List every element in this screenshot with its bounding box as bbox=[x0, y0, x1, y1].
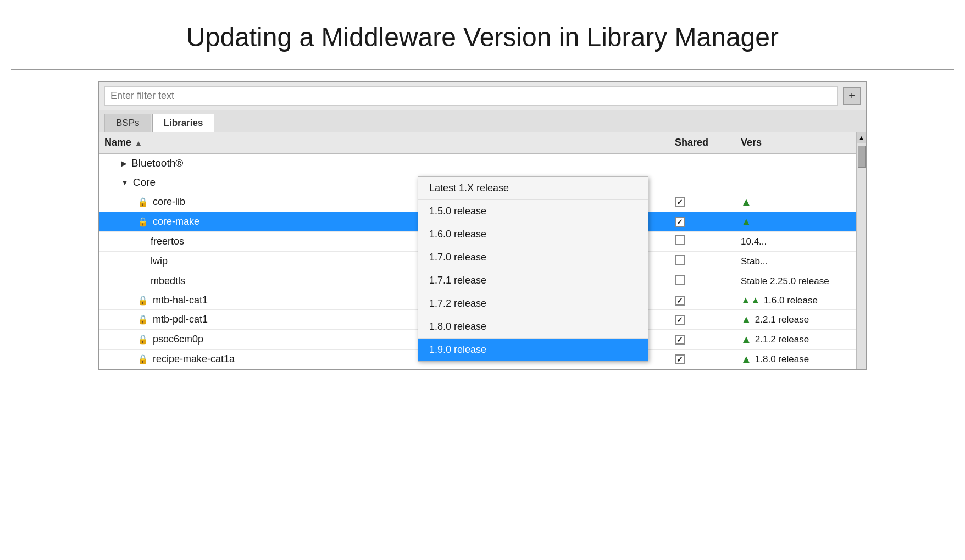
dropdown-item-v160[interactable]: 1.6.0 release bbox=[418, 223, 648, 246]
up-arrow-core-lib: ▲ bbox=[741, 196, 752, 208]
freertos-label: freertos bbox=[151, 236, 184, 247]
shared-checkbox-core-make[interactable] bbox=[675, 217, 685, 227]
row-bluetooth[interactable]: ▶ Bluetooth® bbox=[99, 154, 856, 173]
scrollbar-up-button[interactable]: ▲ bbox=[857, 132, 866, 143]
add-button[interactable]: + bbox=[843, 87, 861, 105]
recipe-make-cat1a-label: recipe-make-cat1a bbox=[153, 353, 235, 365]
dropdown-item-v180[interactable]: 1.8.0 release bbox=[418, 315, 648, 339]
mtb-pdl-cat1-version: 2.2.1 release bbox=[755, 314, 809, 325]
dropdown-item-v150[interactable]: 1.5.0 release bbox=[418, 200, 648, 223]
shared-checkbox-core-lib[interactable] bbox=[675, 197, 685, 207]
lock-icon-core-make: 🔒 bbox=[137, 217, 148, 227]
dropdown-item-v172[interactable]: 1.7.2 release bbox=[418, 292, 648, 315]
col-header-version: Vers bbox=[741, 137, 851, 148]
version-dropdown: Latest 1.X release 1.5.0 release 1.6.0 r… bbox=[418, 176, 648, 362]
up-arrow-core-make: ▲ bbox=[741, 215, 752, 228]
dropdown-item-v190[interactable]: 1.9.0 release bbox=[418, 339, 648, 361]
version-cell-freertos: 10.4... bbox=[741, 236, 851, 247]
shared-checkbox-recipe-make-cat1a[interactable] bbox=[675, 354, 685, 364]
version-cell-core-make: ▲ bbox=[741, 215, 851, 228]
lock-icon-mtb-pdl-cat1: 🔒 bbox=[137, 314, 148, 325]
scrollbar: ▲ bbox=[856, 132, 866, 369]
mbedtls-label: mbedtls bbox=[151, 275, 185, 287]
table-header: Name ▲ Shared Vers bbox=[99, 132, 856, 154]
dropdown-item-v171[interactable]: 1.7.1 release bbox=[418, 269, 648, 292]
lwip-version: Stab... bbox=[741, 256, 768, 267]
shared-checkbox-freertos[interactable] bbox=[675, 235, 685, 245]
version-cell-mbedtls: Stable 2.25.0 release bbox=[741, 276, 851, 287]
psoc6cm0p-label: psoc6cm0p bbox=[153, 334, 203, 345]
mbedtls-version: Stable 2.25.0 release bbox=[741, 276, 829, 287]
shared-checkbox-lwip[interactable] bbox=[675, 255, 685, 265]
dropdown-item-latest-1x[interactable]: Latest 1.X release bbox=[418, 177, 648, 200]
freertos-version: 10.4... bbox=[741, 236, 767, 247]
mtb-hal-cat1-label: mtb-hal-cat1 bbox=[153, 295, 208, 306]
core-make-label: core-make bbox=[153, 216, 199, 228]
version-cell-recipe-make-cat1a: ▲ 1.8.0 release bbox=[741, 353, 851, 365]
tab-bsps[interactable]: BSPs bbox=[104, 114, 151, 132]
app-window: + BSPs Libraries Name ▲ Shared Vers bbox=[98, 81, 867, 370]
lock-icon-core-lib: 🔒 bbox=[137, 197, 148, 207]
page-title: Updating a Middleware Version in Library… bbox=[11, 11, 954, 70]
core-lib-label: core-lib bbox=[153, 196, 185, 208]
shared-checkbox-psoc6cm0p[interactable] bbox=[675, 335, 685, 345]
expand-icon-bluetooth: ▶ bbox=[121, 159, 127, 168]
mtb-hal-cat1-version: 1.6.0 release bbox=[764, 295, 818, 306]
filter-bar: + bbox=[99, 82, 866, 110]
sort-arrow-icon: ▲ bbox=[135, 138, 142, 147]
recipe-make-cat1a-version: 1.8.0 release bbox=[755, 354, 809, 365]
lock-icon-mtb-hal-cat1: 🔒 bbox=[137, 295, 148, 306]
expand-icon-core: ▼ bbox=[121, 178, 129, 187]
version-cell-core-lib: ▲ bbox=[741, 196, 851, 208]
version-cell-mtb-hal-cat1: ▲▲ 1.6.0 release bbox=[741, 295, 851, 306]
dropdown-item-v170[interactable]: 1.7.0 release bbox=[418, 246, 648, 269]
version-cell-psoc6cm0p: ▲ 2.1.2 release bbox=[741, 333, 851, 346]
core-label: Core bbox=[133, 176, 156, 188]
mtb-pdl-cat1-label: mtb-pdl-cat1 bbox=[153, 314, 208, 325]
tabs-bar: BSPs Libraries bbox=[99, 110, 866, 132]
tab-libraries[interactable]: Libraries bbox=[152, 114, 215, 132]
bluetooth-label: Bluetooth® bbox=[131, 157, 183, 169]
shared-checkbox-mtb-pdl-cat1[interactable] bbox=[675, 315, 685, 325]
shared-checkbox-mtb-hal-cat1[interactable] bbox=[675, 296, 685, 306]
psoc6cm0p-version: 2.1.2 release bbox=[755, 334, 809, 345]
table-container: Name ▲ Shared Vers ▶ Bluetooth® bbox=[99, 132, 866, 369]
col-header-shared: Shared bbox=[675, 137, 741, 148]
shared-checkbox-mbedtls[interactable] bbox=[675, 275, 685, 285]
version-cell-lwip: Stab... bbox=[741, 256, 851, 267]
scrollbar-thumb[interactable] bbox=[858, 146, 866, 168]
col-header-name: Name ▲ bbox=[104, 137, 675, 148]
lock-icon-psoc6cm0p: 🔒 bbox=[137, 334, 148, 345]
lock-icon-recipe-make-cat1a: 🔒 bbox=[137, 354, 148, 364]
name-col-label: Name bbox=[104, 137, 131, 148]
up-arrow-recipe-make-cat1a: ▲ bbox=[741, 353, 752, 365]
up-arrow-psoc6cm0p: ▲ bbox=[741, 333, 752, 346]
up-arrow-double-mtb-hal-cat1: ▲▲ bbox=[741, 295, 761, 306]
filter-input[interactable] bbox=[104, 86, 838, 106]
version-cell-mtb-pdl-cat1: ▲ 2.2.1 release bbox=[741, 313, 851, 326]
lwip-label: lwip bbox=[151, 256, 168, 267]
up-arrow-mtb-pdl-cat1: ▲ bbox=[741, 313, 752, 326]
